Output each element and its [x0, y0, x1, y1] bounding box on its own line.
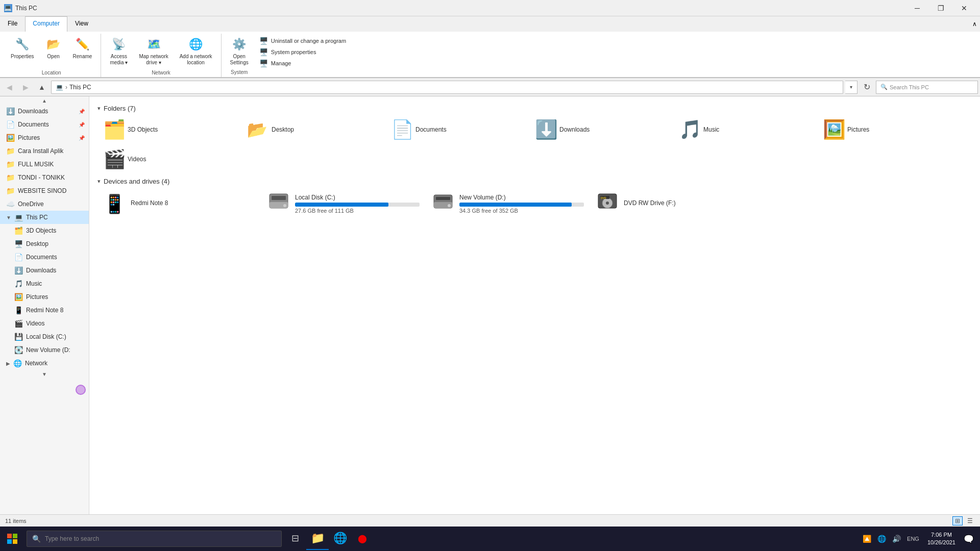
taskbar-search-text: Type here to search [45, 535, 99, 542]
taskbar-search-box[interactable]: 🔍 Type here to search [27, 531, 282, 547]
device-item-local-disk[interactable]: Local Disk (C:) 27.6 GB free of 111 GB [262, 188, 425, 219]
sidebar-dl-label: Downloads [26, 267, 56, 274]
tray-lang[interactable]: ENG [905, 534, 921, 544]
file-explorer-taskbar-button[interactable]: 📁 [306, 528, 329, 550]
properties-button[interactable]: 🔧 Properties [6, 34, 39, 62]
sidebar-item-tondi[interactable]: 📁 TONDI - TONIKK [0, 171, 89, 184]
sidebar-item-website[interactable]: 📁 WEBSITE SINOD [0, 184, 89, 197]
folder-item-videos[interactable]: 🎬 Videos [97, 145, 240, 173]
folder-item-desktop[interactable]: 📂 Desktop [241, 115, 384, 144]
maximize-button[interactable]: ❐ [929, 0, 952, 16]
sidebar-item-pictures[interactable]: 🖼️ Pictures [0, 290, 89, 304]
redmi-drive-name: Redmi Note 8 [131, 199, 255, 207]
tray-up-icon[interactable]: 🔼 [861, 533, 873, 545]
folder-documents-icon: 📄 [391, 119, 411, 140]
up-button[interactable]: ▲ [35, 80, 49, 94]
sidebar-item-onedrive[interactable]: ☁️ OneDrive [0, 197, 89, 211]
ribbon-collapse-button[interactable]: ∧ [969, 16, 980, 32]
tab-computer[interactable]: Computer [25, 16, 67, 32]
close-button[interactable]: ✕ [952, 0, 976, 16]
rename-button[interactable]: ✏️ Rename [68, 34, 97, 62]
notification-icon[interactable]: 🗨️ [962, 532, 976, 546]
address-path[interactable]: 💻 › This PC [51, 81, 843, 94]
website-icon: 📁 [6, 187, 15, 195]
svg-rect-13 [7, 534, 12, 538]
tab-file[interactable]: File [0, 16, 25, 32]
map-drive-button[interactable]: 🗺️ Map networkdrive ▾ [134, 34, 173, 68]
full-musik-icon: 📁 [6, 160, 15, 168]
search-box[interactable]: 🔍 Search This PC [876, 81, 978, 94]
open-settings-button[interactable]: ⚙️ OpenSettings [226, 34, 253, 68]
devices-section-header[interactable]: ▾ Devices and drives (4) [97, 178, 972, 185]
sidebar-scroll-up[interactable]: ▲ [0, 96, 89, 105]
taskbar-time[interactable]: 7:06 PM 10/26/2021 [923, 529, 960, 549]
record-taskbar-button[interactable]: ⬤ [351, 528, 374, 550]
new-volume-icon [432, 192, 454, 216]
manage-icon: 🖥️ [259, 59, 268, 67]
system-properties-button[interactable]: 🖥️ System properties [257, 47, 348, 57]
sidebar-item-this-pc[interactable]: ▼ 💻 This PC [0, 211, 89, 224]
sidebar-item-documents-pinned[interactable]: 📄 Documents 📌 [0, 118, 89, 131]
sidebar-item-desktop[interactable]: 🖥️ Desktop [0, 237, 89, 251]
open-button[interactable]: 📂 Open [41, 34, 66, 62]
folder-item-downloads[interactable]: ⬇️ Downloads [529, 115, 672, 144]
start-button[interactable] [0, 527, 24, 551]
folder-documents-name: Documents [415, 126, 447, 133]
folders-section-header[interactable]: ▾ Folders (7) [97, 105, 972, 112]
sidebar-item-music[interactable]: 🎵 Music [0, 277, 89, 290]
item-count: 11 items [5, 518, 27, 524]
sidebar-item-local-disk[interactable]: 💾 Local Disk (C:) [0, 330, 89, 343]
large-icons-view-button[interactable]: ⊞ [952, 516, 963, 525]
ribbon-tabs: File Computer View ∧ [0, 16, 980, 32]
address-dropdown[interactable]: ▾ [845, 81, 857, 94]
svg-text:DVD: DVD [601, 196, 606, 199]
tray-network-icon[interactable]: 🌐 [875, 533, 888, 545]
window-icon: 💻 [4, 4, 12, 12]
add-network-button[interactable]: 🌐 Add a networklocation [175, 34, 217, 68]
sidebar-scroll-down[interactable]: ▼ [0, 370, 89, 378]
taskbar-search-icon: 🔍 [32, 535, 41, 543]
sidebar-item-redmi[interactable]: 📱 Redmi Note 8 [0, 304, 89, 317]
sidebar-item-documents[interactable]: 📄 Documents [0, 251, 89, 264]
minimize-button[interactable]: ─ [905, 0, 929, 16]
sidebar-item-videos[interactable]: 🎬 Videos [0, 317, 89, 330]
pictures-sidebar-icon: 🖼️ [14, 293, 23, 301]
local-disk-bar-bg [295, 203, 420, 207]
tab-view[interactable]: View [67, 16, 96, 32]
local-disk-sidebar-icon: 💾 [14, 333, 23, 341]
expand-icon: ▼ [6, 215, 11, 220]
refresh-button[interactable]: ↻ [860, 80, 874, 94]
device-item-dvd[interactable]: DVD DVD RW Drive (F:) [591, 188, 754, 219]
sidebar-item-pictures-pinned[interactable]: 🖼️ Pictures 📌 [0, 131, 89, 144]
svg-rect-3 [272, 196, 286, 200]
forward-button[interactable]: ▶ [18, 80, 33, 94]
device-item-redmi[interactable]: 📱 Redmi Note 8 [97, 188, 261, 219]
desktop-sidebar-icon: 🖥️ [14, 240, 23, 248]
cara-install-icon: 📁 [6, 147, 15, 155]
manage-label: Manage [271, 60, 291, 66]
sidebar-item-cara-install[interactable]: 📁 Cara Install Aplik [0, 144, 89, 158]
sidebar-docs-label: Documents [26, 254, 57, 261]
folder-item-documents[interactable]: 📄 Documents [385, 115, 528, 144]
sidebar-item-new-volume[interactable]: 💽 New Volume (D: [0, 343, 89, 357]
access-media-button[interactable]: 📡 Accessmedia ▾ [105, 34, 132, 68]
add-network-label: Add a networklocation [180, 54, 212, 66]
sidebar-item-downloads-pinned[interactable]: ⬇️ Downloads 📌 [0, 105, 89, 118]
back-button[interactable]: ◀ [2, 80, 16, 94]
device-item-new-volume[interactable]: New Volume (D:) 34.3 GB free of 352 GB [426, 188, 590, 219]
details-view-button[interactable]: ☰ [965, 516, 975, 525]
folder-item-pictures[interactable]: 🖼️ Pictures [817, 115, 960, 144]
manage-button[interactable]: 🖥️ Manage [257, 58, 348, 68]
sidebar-item-full-musik[interactable]: 📁 FULL MUSIK [0, 158, 89, 171]
task-view-button[interactable]: ⊟ [284, 528, 306, 550]
sidebar-item-downloads[interactable]: ⬇️ Downloads [0, 264, 89, 277]
sidebar-full-musik-label: FULL MUSIK [18, 161, 54, 168]
folder-item-3d-objects[interactable]: 🗂️ 3D Objects [97, 115, 240, 144]
folder-music-icon: 🎵 [679, 119, 699, 140]
uninstall-button[interactable]: 🖥️ Uninstall or change a program [257, 36, 348, 46]
sidebar-item-3d-objects[interactable]: 🗂️ 3D Objects [0, 224, 89, 237]
tray-volume-icon[interactable]: 🔊 [890, 533, 903, 545]
folder-item-music[interactable]: 🎵 Music [673, 115, 816, 144]
sidebar-item-network[interactable]: ▶ 🌐 Network [0, 357, 89, 370]
chrome-taskbar-button[interactable]: 🌐 [329, 528, 351, 550]
